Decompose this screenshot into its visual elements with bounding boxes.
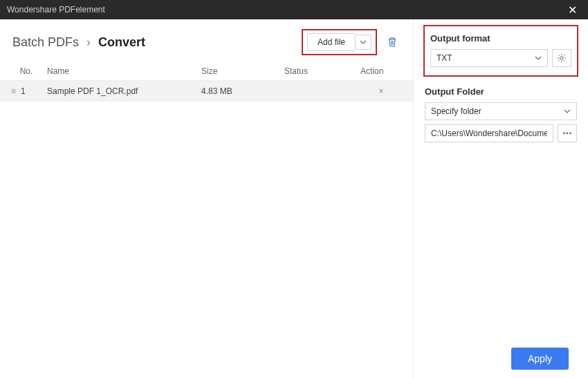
col-header-name: Name <box>42 66 201 76</box>
output-format-settings-button[interactable] <box>552 49 571 67</box>
browse-button[interactable]: ··· <box>558 124 577 142</box>
main: Batch PDFs › Convert Add file <box>0 19 588 378</box>
col-header-no: No. <box>11 66 42 76</box>
output-format-row: TXT <box>430 49 571 67</box>
chevron-down-icon <box>360 39 367 46</box>
ellipsis-icon: ··· <box>562 127 571 140</box>
toolbar-right: Add file <box>302 29 401 55</box>
col-header-action: Action <box>360 66 402 76</box>
toolbar: Batch PDFs › Convert Add file <box>0 19 413 62</box>
footer: Apply <box>423 339 578 378</box>
table-header: No. Name Size Status Action <box>0 62 413 81</box>
svg-point-0 <box>560 57 563 59</box>
close-icon[interactable]: ✕ <box>564 3 581 17</box>
titlebar: Wondershare PDFelement ✕ <box>0 0 588 19</box>
gear-icon <box>557 53 567 63</box>
add-file-button[interactable]: Add file <box>307 33 355 51</box>
output-format-value: TXT <box>437 53 452 63</box>
output-format-select[interactable]: TXT <box>430 49 548 67</box>
output-format-label: Output format <box>430 33 571 44</box>
col-header-status: Status <box>284 66 360 76</box>
table-row[interactable]: ≡ 1 Sample PDF 1_OCR.pdf 4.83 MB × <box>0 81 413 102</box>
drag-handle-icon[interactable]: ≡ <box>11 86 21 96</box>
output-folder-mode-value: Specify folder <box>431 106 481 116</box>
breadcrumb-current: Convert <box>98 35 145 49</box>
add-file-highlight: Add file <box>302 29 377 55</box>
apply-button[interactable]: Apply <box>511 348 569 370</box>
output-folder-path-input[interactable] <box>425 124 553 142</box>
row-no: 1 <box>21 86 42 96</box>
output-folder-section: Output Folder Specify folder ··· <box>423 86 578 142</box>
right-panel: Output format TXT Output Folder Specif <box>414 19 588 378</box>
breadcrumb-root[interactable]: Batch PDFs <box>12 35 79 49</box>
breadcrumb: Batch PDFs › Convert <box>12 35 145 50</box>
output-folder-label: Output Folder <box>425 86 577 97</box>
window-title: Wondershare PDFelement <box>7 5 105 15</box>
spacer <box>423 142 578 339</box>
output-format-highlight: Output format TXT <box>423 25 578 77</box>
add-file-dropdown-button[interactable] <box>355 35 371 50</box>
breadcrumb-separator-icon: › <box>86 35 91 49</box>
row-size: 4.83 MB <box>201 86 284 96</box>
output-folder-path-row: ··· <box>425 124 577 142</box>
chevron-down-icon <box>535 55 542 62</box>
row-remove-button[interactable]: × <box>360 86 402 96</box>
trash-icon[interactable] <box>384 34 401 50</box>
row-name: Sample PDF 1_OCR.pdf <box>42 86 201 96</box>
output-folder-mode-select[interactable]: Specify folder <box>425 102 577 120</box>
left-panel: Batch PDFs › Convert Add file <box>0 19 414 378</box>
chevron-down-icon <box>564 108 571 115</box>
col-header-size: Size <box>201 66 284 76</box>
